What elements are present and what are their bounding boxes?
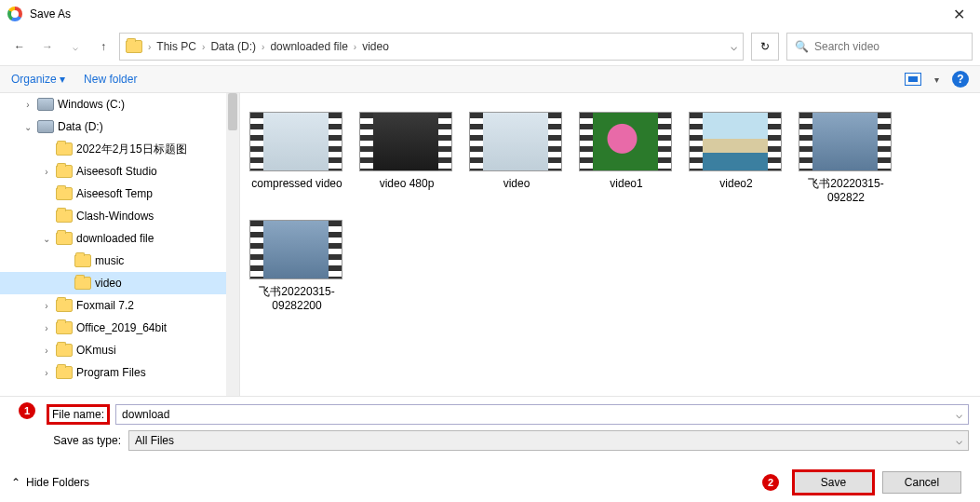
tree-item-label: Data (D:) bbox=[58, 120, 103, 133]
expander-icon[interactable]: ⌄ bbox=[41, 234, 52, 244]
file-item[interactable]: video bbox=[469, 112, 564, 205]
file-item[interactable]: video 480p bbox=[359, 112, 454, 205]
search-input[interactable]: 🔍 Search video bbox=[786, 33, 973, 61]
tree-item-label: Windows (C:) bbox=[58, 98, 125, 111]
file-label: video1 bbox=[579, 177, 674, 191]
up-button[interactable]: ↑ bbox=[91, 34, 115, 59]
tree-item[interactable]: Aiseesoft Temp bbox=[0, 183, 239, 205]
file-label: video 480p bbox=[359, 177, 454, 191]
titlebar: Save As ✕ bbox=[0, 0, 980, 28]
forward-button: → bbox=[35, 34, 60, 59]
file-label: 飞书20220315-092822 bbox=[799, 177, 893, 205]
file-item[interactable]: 飞书20220315-09282200 bbox=[249, 220, 344, 313]
savetype-value: All Files bbox=[135, 434, 174, 447]
new-folder-button[interactable]: New folder bbox=[84, 73, 137, 86]
video-thumbnail bbox=[249, 112, 342, 171]
search-icon: 🔍 bbox=[795, 40, 809, 53]
hide-folders-button[interactable]: ⌃ Hide Folders bbox=[11, 476, 89, 489]
chevron-down-icon[interactable]: ⌵ bbox=[956, 434, 962, 447]
disk-icon bbox=[37, 98, 54, 111]
chevron-down-icon[interactable]: ▾ bbox=[934, 75, 939, 85]
tree-item[interactable]: ›Program Files bbox=[0, 361, 239, 384]
breadcrumb[interactable]: downloaded file bbox=[270, 40, 347, 53]
tree-item-label: Office_2019_64bit bbox=[76, 321, 167, 334]
chrome-icon bbox=[7, 7, 22, 21]
tree-item[interactable]: ›Foxmail 7.2 bbox=[0, 294, 239, 317]
tree-item-label: downloaded file bbox=[76, 232, 154, 245]
folder-icon bbox=[56, 344, 73, 357]
file-item[interactable]: compressed video bbox=[249, 112, 344, 205]
address-bar[interactable]: › This PC › Data (D:) › downloaded file … bbox=[119, 33, 744, 61]
back-button[interactable]: ← bbox=[7, 34, 32, 59]
tree-item[interactable]: ⌄downloaded file bbox=[0, 227, 239, 250]
video-thumbnail bbox=[579, 112, 672, 171]
expander-icon[interactable]: › bbox=[41, 368, 52, 378]
toolbar: Organize ▾ New folder ▾ ? bbox=[0, 65, 980, 93]
filename-value: download bbox=[122, 408, 169, 421]
help-icon[interactable]: ? bbox=[952, 71, 969, 88]
view-icon[interactable] bbox=[905, 73, 921, 86]
video-thumbnail bbox=[359, 112, 452, 171]
video-thumbnail bbox=[689, 112, 782, 171]
file-item[interactable]: video2 bbox=[689, 112, 784, 205]
breadcrumb[interactable]: This PC bbox=[156, 40, 196, 53]
filename-input[interactable]: download ⌵ bbox=[115, 404, 969, 425]
tree-item-label: Program Files bbox=[76, 366, 146, 379]
folder-icon bbox=[56, 366, 73, 379]
address-dropdown[interactable]: ⌵ bbox=[731, 40, 737, 53]
chevron-down-icon[interactable]: ⌵ bbox=[956, 408, 962, 421]
savetype-combo[interactable]: All Files ⌵ bbox=[128, 430, 969, 451]
save-button[interactable]: Save bbox=[794, 471, 873, 494]
callout-1: 1 bbox=[19, 402, 35, 419]
folder-icon bbox=[74, 277, 91, 290]
expander-icon[interactable]: › bbox=[22, 100, 34, 110]
tree-item-label: Aiseesoft Studio bbox=[76, 165, 157, 178]
tree-item[interactable]: Clash-Windows bbox=[0, 205, 239, 227]
tree-item[interactable]: ›Aiseesoft Studio bbox=[0, 160, 239, 183]
tree-item-label: music bbox=[95, 254, 124, 267]
chevron-right-icon: › bbox=[202, 42, 205, 52]
tree-item-label: OKmusi bbox=[76, 344, 116, 357]
close-icon[interactable]: ✕ bbox=[946, 2, 973, 27]
tree-item[interactable]: ⌄Data (D:) bbox=[0, 115, 239, 138]
folder-icon bbox=[56, 299, 73, 312]
cancel-button[interactable]: Cancel bbox=[882, 471, 961, 494]
recent-dropdown[interactable]: ⌵ bbox=[63, 34, 87, 59]
expander-icon[interactable]: › bbox=[41, 167, 52, 177]
tree-item-label: Clash-Windows bbox=[76, 210, 154, 223]
file-label: 飞书20220315-09282200 bbox=[249, 285, 344, 313]
filename-label: File name: bbox=[48, 406, 108, 423]
folder-icon bbox=[56, 210, 73, 223]
breadcrumb[interactable]: Data (D:) bbox=[210, 40, 256, 53]
folder-tree[interactable]: ›Windows (C:)⌄Data (D:)2022年2月15日标题图›Ais… bbox=[0, 93, 240, 396]
expander-icon[interactable]: ⌄ bbox=[22, 122, 34, 132]
tree-item[interactable]: video bbox=[0, 272, 239, 294]
expander-icon[interactable]: › bbox=[41, 323, 52, 333]
file-item[interactable]: video1 bbox=[579, 112, 674, 205]
callout-2: 2 bbox=[762, 474, 779, 491]
scrollbar[interactable] bbox=[226, 93, 239, 396]
tree-item[interactable]: 2022年2月15日标题图 bbox=[0, 138, 239, 160]
file-item[interactable]: 飞书20220315-092822 bbox=[799, 112, 893, 205]
expander-icon[interactable]: › bbox=[41, 301, 52, 311]
file-label: compressed video bbox=[249, 177, 344, 191]
expander-icon[interactable]: › bbox=[41, 346, 52, 356]
tree-item[interactable]: music bbox=[0, 250, 239, 272]
chevron-right-icon: › bbox=[354, 42, 356, 52]
file-pane[interactable]: compressed videovideo 480pvideovideo1vid… bbox=[240, 93, 980, 396]
folder-icon bbox=[56, 165, 73, 178]
refresh-button[interactable]: ↻ bbox=[751, 33, 779, 61]
tree-item[interactable]: ›OKmusi bbox=[0, 339, 239, 361]
video-thumbnail bbox=[469, 112, 562, 171]
tree-item[interactable]: ›Windows (C:) bbox=[0, 93, 239, 115]
folder-icon bbox=[56, 232, 73, 245]
breadcrumb[interactable]: video bbox=[362, 40, 389, 53]
savetype-label: Save as type: bbox=[28, 434, 121, 447]
tree-item[interactable]: ›Office_2019_64bit bbox=[0, 317, 239, 339]
chevron-right-icon: › bbox=[262, 42, 264, 52]
chevron-right-icon: › bbox=[148, 42, 151, 52]
search-placeholder: Search video bbox=[814, 40, 879, 53]
file-label: video bbox=[469, 177, 564, 191]
organize-button[interactable]: Organize ▾ bbox=[11, 73, 65, 86]
tree-item-label: Foxmail 7.2 bbox=[76, 299, 134, 312]
